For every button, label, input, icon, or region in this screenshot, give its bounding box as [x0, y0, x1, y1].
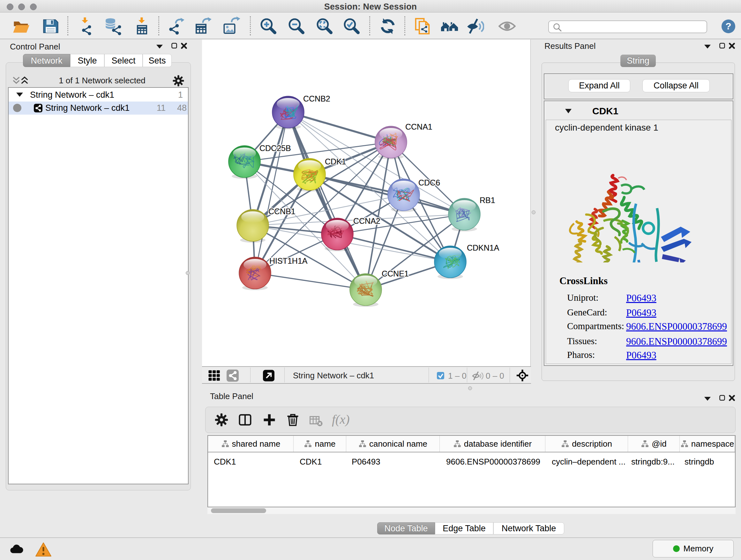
svg-text:RB1: RB1 [480, 196, 495, 205]
svg-text:CDC25B: CDC25B [259, 144, 291, 152]
svg-text:CCNB2: CCNB2 [303, 94, 330, 103]
svg-text:CDC6: CDC6 [418, 178, 440, 187]
svg-text:CCNA1: CCNA1 [405, 122, 432, 131]
svg-text:CDKN1A: CDKN1A [467, 243, 499, 252]
svg-text:CDK1: CDK1 [325, 157, 346, 166]
svg-text:CCNA2: CCNA2 [353, 216, 381, 226]
svg-text:HIST1H1A: HIST1H1A [269, 256, 308, 265]
svg-text:CCNB1: CCNB1 [268, 207, 295, 216]
svg-text:CCNE1: CCNE1 [382, 269, 409, 278]
